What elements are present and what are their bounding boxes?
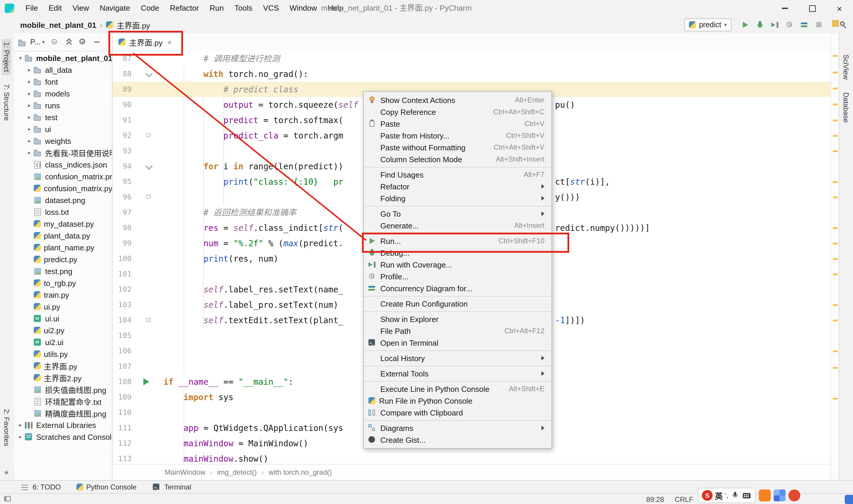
- settings-icon[interactable]: [78, 37, 87, 47]
- tree-item[interactable]: ▸先看我-项目使用说明: [14, 147, 112, 159]
- tree-collapse-arrow[interactable]: ▸: [25, 114, 33, 120]
- tree-item[interactable]: ui.ui: [14, 312, 112, 324]
- context-menu-item-run[interactable]: Run...Ctrl+Shift+F10: [364, 235, 552, 247]
- stripe-structure[interactable]: 7: Structure: [2, 84, 11, 121]
- search-everywhere-icon[interactable]: [839, 20, 848, 30]
- menubar-item-file[interactable]: File: [20, 0, 43, 17]
- tree-item[interactable]: 损失值曲线图.png: [14, 383, 112, 395]
- context-menu-item-create-gist[interactable]: Create Gist...: [364, 434, 552, 446]
- context-menu-item-concurrency-diagram-for[interactable]: Concurrency Diagram for...: [364, 282, 552, 294]
- context-menu-item-compare-with-clipboard[interactable]: Compare with Clipboard: [364, 407, 552, 418]
- menubar-item-refactor[interactable]: Refactor: [164, 0, 204, 17]
- tree-item[interactable]: my_dataset.py: [14, 218, 112, 230]
- editor-breadcrumb-item[interactable]: MainWindow: [165, 468, 205, 476]
- context-menu-item-show-context-actions[interactable]: Show Context ActionsAlt+Enter: [364, 94, 552, 106]
- editor-breadcrumb-item[interactable]: with torch.no_grad(): [268, 468, 332, 476]
- context-menu-item-generate[interactable]: Generate...Alt+Insert: [364, 220, 552, 231]
- tree-item[interactable]: ▸all_data: [14, 64, 112, 76]
- run-with-coverage-button[interactable]: [770, 20, 780, 30]
- context-menu-item-create-run-configuration[interactable]: Create Run Configuration: [364, 298, 552, 309]
- tree-expand-arrow[interactable]: ▾: [17, 55, 24, 61]
- editor-breadcrumb-item[interactable]: img_detect(): [217, 468, 257, 476]
- tool-window-switcher-icon[interactable]: [3, 494, 13, 504]
- stripe-database[interactable]: Database: [842, 92, 850, 123]
- context-menu-item-file-path[interactable]: File PathCtrl+Alt+F12: [364, 325, 552, 337]
- minimize-button[interactable]: [771, 0, 799, 17]
- fold-chevron-down-icon[interactable]: [145, 162, 153, 169]
- context-menu-item-run-file-in-python-console[interactable]: Run File in Python Console: [364, 395, 552, 407]
- tree-item[interactable]: ▸External Libraries: [14, 419, 112, 431]
- tree-collapse-arrow[interactable]: ▸: [17, 422, 24, 428]
- context-menu-item-paste[interactable]: PasteCtrl+V: [364, 118, 552, 130]
- tree-item[interactable]: ▸font: [14, 76, 112, 88]
- tree-item[interactable]: ▸runs: [14, 100, 112, 111]
- close-icon[interactable]: ×: [167, 38, 172, 47]
- sogou-icon[interactable]: S: [702, 490, 713, 501]
- tree-item[interactable]: 主界面.py: [14, 360, 112, 372]
- context-menu-item-local-history[interactable]: Local History: [364, 352, 552, 364]
- context-menu-item-go-to[interactable]: Go To: [364, 208, 552, 220]
- editor-scrollbar[interactable]: [831, 33, 839, 480]
- ime-language-indicator[interactable]: 英: [715, 490, 723, 501]
- close-button[interactable]: ×: [826, 0, 853, 17]
- project-view-selector[interactable]: P... ▾: [30, 38, 45, 46]
- tree-item[interactable]: test.png: [14, 265, 112, 277]
- locate-icon[interactable]: [50, 37, 59, 47]
- context-menu-item-column-selection-mode[interactable]: Column Selection ModeAlt+Shift+Insert: [364, 153, 552, 165]
- context-menu-item-debug[interactable]: Debug...: [364, 247, 552, 259]
- tree-item[interactable]: ▸ui: [14, 123, 112, 135]
- context-menu-item-refactor[interactable]: Refactor: [364, 181, 552, 192]
- menubar-item-tools[interactable]: Tools: [229, 0, 258, 17]
- breadcrumb-item[interactable]: 主界面.py: [117, 19, 150, 31]
- tree-item[interactable]: confusion_matrix.pr: [14, 170, 112, 182]
- tree-item[interactable]: 精确度曲线图.png: [14, 407, 112, 419]
- maximize-button[interactable]: [799, 0, 826, 17]
- tree-item[interactable]: dataset.png: [14, 194, 112, 206]
- breadcrumb-item[interactable]: mobile_net_plant_01: [20, 20, 96, 29]
- run-button[interactable]: [741, 20, 750, 30]
- context-menu-item-open-in-terminal[interactable]: Open in Terminal: [364, 337, 552, 349]
- stripe-sciview[interactable]: SciView: [842, 54, 850, 79]
- fold-region-end-icon[interactable]: [146, 133, 151, 137]
- tray-app-red-icon[interactable]: [788, 489, 800, 501]
- tree-item[interactable]: loss.txt: [14, 206, 112, 218]
- profiler-button[interactable]: [785, 20, 794, 30]
- context-menu-item-execute-line-in-python-console[interactable]: Execute Line in Python ConsoleAlt+Shift+…: [364, 383, 552, 395]
- tree-item[interactable]: ▾mobile_net_plant_01: [14, 52, 112, 64]
- fold-region-end-icon[interactable]: [146, 318, 151, 322]
- tree-item[interactable]: ▸test: [14, 111, 112, 123]
- fold-chevron-down-icon[interactable]: [145, 70, 153, 77]
- context-menu-item-folding[interactable]: Folding: [364, 192, 552, 204]
- context-menu-item-profile[interactable]: Profile...: [364, 270, 552, 282]
- menubar-item-vcs[interactable]: VCS: [258, 0, 284, 17]
- tree-collapse-arrow[interactable]: ▸: [25, 138, 33, 144]
- tree-collapse-arrow[interactable]: ▸: [25, 67, 33, 73]
- run-config-select[interactable]: predict ▾: [684, 18, 732, 31]
- tree-item[interactable]: plant_data.py: [14, 230, 112, 241]
- keyboard-icon[interactable]: [742, 491, 752, 500]
- menubar-item-code[interactable]: Code: [135, 0, 164, 17]
- context-menu-item-find-usages[interactable]: Find UsagesAlt+F7: [364, 169, 552, 181]
- tree-item[interactable]: ▸Scratches and Console: [14, 431, 112, 443]
- tree-item[interactable]: ui2.ui: [14, 336, 112, 348]
- tree-item[interactable]: 主界面2.py: [14, 372, 112, 383]
- context-menu-item-show-in-explorer[interactable]: Show in Explorer: [364, 313, 552, 325]
- editor-tab[interactable]: 主界面.py ×: [112, 33, 182, 51]
- tree-item[interactable]: 环境配置命令.txt: [14, 395, 112, 407]
- tree-collapse-arrow[interactable]: ▸: [25, 150, 33, 156]
- ime-punctuation-indicator[interactable]: ',: [725, 492, 728, 499]
- tree-item[interactable]: train.py: [14, 289, 112, 301]
- context-menu-item-run-with-coverage[interactable]: Run with Coverage...: [364, 259, 552, 270]
- tree-item[interactable]: confusion_matrix.py: [14, 182, 112, 194]
- menubar-item-navigate[interactable]: Navigate: [94, 0, 136, 17]
- tree-item[interactable]: to_rgb.py: [14, 277, 112, 289]
- tree-item[interactable]: ui.py: [14, 301, 112, 312]
- tree-item[interactable]: utils.py: [14, 348, 112, 360]
- context-menu-item-external-tools[interactable]: External Tools: [364, 367, 552, 379]
- menubar-item-view[interactable]: View: [67, 0, 94, 17]
- tree-collapse-arrow[interactable]: ▸: [25, 103, 33, 108]
- context-menu-item-paste-from-history[interactable]: Paste from History...Ctrl+Shift+V: [364, 130, 552, 142]
- context-menu-item-diagrams[interactable]: Diagrams: [364, 422, 552, 434]
- tree-item[interactable]: predict.py: [14, 253, 112, 265]
- stripe-6-todo[interactable]: 6: TODO: [20, 482, 61, 491]
